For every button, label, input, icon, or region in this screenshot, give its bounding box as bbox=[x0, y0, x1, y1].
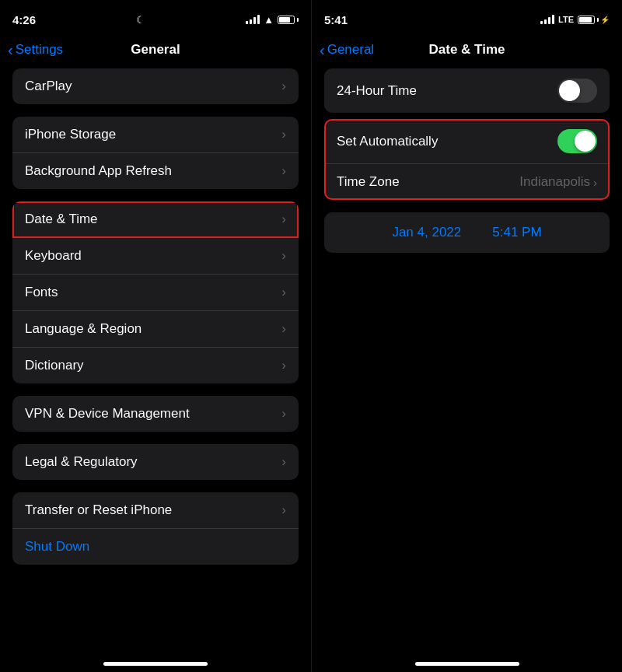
iphone-storage-label: iPhone Storage bbox=[25, 127, 116, 142]
legal-item[interactable]: Legal & Regulatory › bbox=[12, 444, 299, 480]
keyboard-chevron-icon: › bbox=[281, 248, 286, 264]
keyboard-label: Keyboard bbox=[25, 248, 82, 264]
background-app-refresh-item[interactable]: Background App Refresh › bbox=[12, 153, 299, 189]
dictionary-label: Dictionary bbox=[25, 358, 84, 373]
language-chevron-icon: › bbox=[281, 321, 286, 337]
vpn-item[interactable]: VPN & Device Management › bbox=[12, 396, 299, 432]
fonts-chevron-icon: › bbox=[281, 285, 286, 300]
legal-label: Legal & Regulatory bbox=[25, 454, 138, 470]
storage-chevron-icon: › bbox=[281, 127, 286, 142]
left-settings-content: CarPlay › iPhone Storage › Background Ap… bbox=[0, 68, 311, 656]
carplay-chevron-icon: › bbox=[281, 79, 286, 94]
left-nav-title: General bbox=[131, 42, 180, 58]
shut-down-label: Shut Down bbox=[25, 539, 89, 555]
hour-time-group: 24-Hour Time bbox=[324, 68, 610, 113]
right-nav-title: Date & Time bbox=[429, 42, 505, 58]
language-region-label: Language & Region bbox=[25, 321, 142, 337]
battery-icon bbox=[278, 16, 299, 24]
signal-icon bbox=[246, 15, 260, 24]
timezone-label: Time Zone bbox=[337, 174, 400, 190]
dictionary-chevron-icon: › bbox=[281, 358, 286, 373]
date-time-display-row: Jan 4, 2022 5:41 PM bbox=[324, 212, 610, 253]
left-back-button[interactable]: ‹ Settings bbox=[8, 42, 63, 58]
back-chevron-icon: ‹ bbox=[8, 42, 13, 58]
right-status-bar: 5:41 LTE ⚡ bbox=[312, 0, 622, 34]
right-signal-icon bbox=[540, 15, 554, 24]
right-nav-bar: ‹ General Date & Time bbox=[312, 34, 622, 68]
right-back-label: General bbox=[327, 42, 374, 58]
dictionary-item[interactable]: Dictionary › bbox=[12, 348, 299, 383]
legal-chevron-icon: › bbox=[281, 454, 286, 470]
left-status-bar: 4:26 ☾ ▲ bbox=[0, 0, 311, 34]
transfer-group: Transfer or Reset iPhone › Shut Down bbox=[12, 492, 299, 565]
vpn-label: VPN & Device Management bbox=[25, 406, 190, 422]
storage-group: iPhone Storage › Background App Refresh … bbox=[12, 117, 299, 189]
charge-lightning-icon: ⚡ bbox=[600, 16, 610, 24]
hour-time-row: 24-Hour Time bbox=[324, 68, 610, 113]
left-back-label: Settings bbox=[16, 42, 63, 58]
right-back-chevron-icon: ‹ bbox=[320, 42, 325, 58]
background-chevron-icon: › bbox=[281, 163, 286, 179]
set-auto-toggle-knob bbox=[575, 131, 596, 152]
left-home-indicator bbox=[103, 662, 208, 666]
fonts-label: Fonts bbox=[25, 285, 58, 300]
right-status-icons: LTE ⚡ bbox=[540, 15, 610, 24]
language-region-item[interactable]: Language & Region › bbox=[12, 311, 299, 348]
set-auto-group: Set Automatically Time Zone Indianapolis… bbox=[324, 119, 610, 200]
date-group: Date & Time › Keyboard › Fonts › Languag… bbox=[12, 201, 299, 383]
timezone-value: Indianapolis › bbox=[519, 174, 597, 190]
moon-icon: ☾ bbox=[136, 14, 145, 26]
transfer-reset-item[interactable]: Transfer or Reset iPhone › bbox=[12, 492, 299, 529]
right-home-indicator bbox=[415, 662, 519, 666]
right-panel: 5:41 LTE ⚡ ‹ General Date & Time bbox=[311, 0, 622, 672]
vpn-group: VPN & Device Management › bbox=[12, 396, 299, 432]
wifi-icon: ▲ bbox=[264, 14, 274, 26]
timezone-chevron-icon: › bbox=[593, 176, 597, 189]
set-auto-toggle[interactable] bbox=[557, 129, 597, 153]
fonts-item[interactable]: Fonts › bbox=[12, 275, 299, 311]
hour-time-toggle[interactable] bbox=[557, 79, 597, 103]
right-battery-icon: ⚡ bbox=[578, 16, 610, 24]
date-chevron-icon: › bbox=[281, 212, 286, 227]
set-auto-row: Set Automatically bbox=[324, 119, 610, 164]
set-auto-label: Set Automatically bbox=[337, 134, 438, 149]
transfer-chevron-icon: › bbox=[281, 502, 286, 518]
hour-time-toggle-knob bbox=[559, 80, 580, 101]
iphone-storage-item[interactable]: iPhone Storage › bbox=[12, 117, 299, 153]
keyboard-item[interactable]: Keyboard › bbox=[12, 238, 299, 275]
carplay-item[interactable]: CarPlay › bbox=[12, 68, 299, 104]
hour-time-label: 24-Hour Time bbox=[337, 83, 417, 99]
date-display: Jan 4, 2022 bbox=[392, 225, 461, 240]
left-panel: 4:26 ☾ ▲ ‹ Settings General bbox=[0, 0, 311, 672]
date-time-content: 24-Hour Time Set Automatically Time Zone… bbox=[312, 68, 622, 656]
right-back-button[interactable]: ‹ General bbox=[320, 42, 374, 58]
shut-down-item[interactable]: Shut Down bbox=[12, 529, 299, 565]
lte-icon: LTE bbox=[558, 15, 574, 24]
date-time-item[interactable]: Date & Time › bbox=[12, 201, 299, 238]
timezone-city: Indianapolis bbox=[519, 174, 590, 190]
left-time: 4:26 bbox=[12, 13, 36, 26]
left-status-icons: ▲ bbox=[246, 14, 299, 26]
legal-group: Legal & Regulatory › bbox=[12, 444, 299, 480]
carplay-group: CarPlay › bbox=[12, 68, 299, 104]
background-app-refresh-label: Background App Refresh bbox=[25, 163, 172, 179]
vpn-chevron-icon: › bbox=[281, 406, 286, 422]
time-display: 5:41 PM bbox=[492, 225, 541, 240]
carplay-label: CarPlay bbox=[25, 79, 72, 94]
timezone-row[interactable]: Time Zone Indianapolis › bbox=[324, 164, 610, 200]
date-time-label: Date & Time bbox=[25, 212, 98, 227]
left-nav-bar: ‹ Settings General bbox=[0, 34, 311, 68]
transfer-reset-label: Transfer or Reset iPhone bbox=[25, 502, 172, 518]
right-time: 5:41 bbox=[324, 13, 348, 26]
